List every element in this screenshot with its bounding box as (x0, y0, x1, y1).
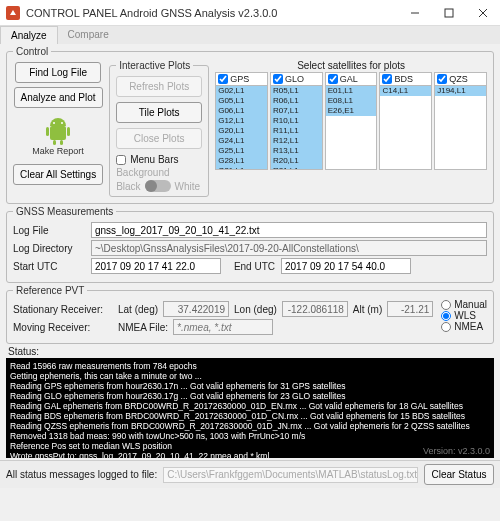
sat-col-qzs: QZSJ194,L1 (434, 72, 487, 170)
control-legend: Control (13, 46, 51, 57)
sat-item[interactable]: R13,L1 (271, 146, 322, 156)
bg-black-label: Black (116, 181, 140, 192)
sat-col-label: GPS (230, 74, 249, 84)
lon-label: Lon (deg) (234, 304, 277, 315)
footer-label: All status messages logged to file: (6, 469, 157, 480)
lat-field[interactable] (163, 301, 229, 317)
svg-point-6 (61, 122, 63, 124)
mode-tabs: Analyze Compare (0, 26, 500, 44)
logdir-label: Log Directory (13, 243, 85, 254)
sat-item[interactable]: C14,L1 (380, 86, 431, 96)
sat-item[interactable]: G31,L1 (216, 166, 267, 170)
gnss-measurements-group: GNSS Measurements Log File Log Directory… (6, 206, 494, 283)
endutc-field[interactable] (281, 258, 411, 274)
sat-list[interactable]: C14,L1 (379, 86, 432, 170)
manual-radio[interactable] (441, 300, 451, 310)
sat-item[interactable]: R05,L1 (271, 86, 322, 96)
background-toggle[interactable] (145, 180, 171, 192)
sat-item[interactable]: R07,L1 (271, 106, 322, 116)
sat-col-checkbox-bds[interactable] (382, 74, 392, 84)
svg-point-5 (53, 122, 55, 124)
status-console[interactable]: Read 15966 raw measurements from 784 epo… (6, 358, 494, 458)
tab-compare[interactable]: Compare (58, 26, 119, 44)
logfile-label: Log File (13, 225, 85, 236)
sat-item[interactable]: R10,L1 (271, 116, 322, 126)
sat-item[interactable]: G05,L1 (216, 96, 267, 106)
gnss-legend: GNSS Measurements (13, 206, 116, 217)
app-icon (6, 6, 20, 20)
lon-field[interactable] (282, 301, 348, 317)
wls-label: WLS (454, 310, 476, 321)
sat-item[interactable]: R11,L1 (271, 126, 322, 136)
svg-rect-10 (60, 140, 63, 145)
version-label: Version: (423, 446, 456, 456)
logfile-field[interactable] (91, 222, 487, 238)
sat-item[interactable]: E01,L1 (326, 86, 377, 96)
refresh-plots-button[interactable]: Refresh Plots (116, 76, 202, 97)
version-value: v2.3.0.0 (458, 446, 490, 456)
nmea-radio[interactable] (441, 322, 451, 332)
sat-item[interactable]: G28,L1 (216, 156, 267, 166)
sat-col-checkbox-gal[interactable] (328, 74, 338, 84)
find-log-button[interactable]: Find Log File (15, 62, 101, 83)
sat-list[interactable]: J194,L1 (434, 86, 487, 170)
sat-item[interactable]: G12,L1 (216, 116, 267, 126)
sat-item[interactable]: J194,L1 (435, 86, 486, 96)
make-report-button[interactable]: Make Report (28, 112, 88, 160)
status-line: Reference Pos set to median WLS position (10, 441, 490, 451)
minimize-button[interactable] (398, 0, 432, 26)
status-line: Reading GPS ephemeris from hour2630.17n … (10, 381, 490, 391)
analyze-plot-button[interactable]: Analyze and Plot (14, 87, 103, 108)
sat-item[interactable]: R20,L1 (271, 156, 322, 166)
sat-item[interactable]: E08,L1 (326, 96, 377, 106)
interactive-plots-group: Interactive Plots Refresh Plots Tile Plo… (109, 60, 209, 197)
stationary-label: Stationary Receiver: (13, 304, 113, 315)
status-line: Reading BDS ephemeris from BRDC00WRD_R_2… (10, 411, 490, 421)
sat-list[interactable]: G02,L1G05,L1G06,L1G12,L1G20,L1G24,L1G25,… (215, 86, 268, 170)
title-bar: CONTROL PANEL Android GNSS Analysis v2.3… (0, 0, 500, 26)
logdir-field[interactable] (91, 240, 487, 256)
moving-label: Moving Receiver: (13, 322, 113, 333)
android-icon (38, 116, 78, 146)
status-line: Reading QZSS ephemeris from BRDC00WRD_R_… (10, 421, 490, 431)
status-line: Reading GAL ephemeris from BRDC00WRD_R_2… (10, 401, 490, 411)
footer-bar: All status messages logged to file: C:\U… (0, 460, 500, 488)
close-button[interactable] (466, 0, 500, 26)
startutc-label: Start UTC (13, 261, 85, 272)
svg-rect-9 (53, 140, 56, 145)
sat-list[interactable]: E01,L1E08,L1E26,E1 (325, 86, 378, 170)
sat-col-label: GLO (285, 74, 304, 84)
sat-item[interactable]: G25,L1 (216, 146, 267, 156)
maximize-button[interactable] (432, 0, 466, 26)
startutc-field[interactable] (91, 258, 221, 274)
sat-col-checkbox-glo[interactable] (273, 74, 283, 84)
svg-rect-1 (445, 9, 453, 17)
sat-col-checkbox-qzs[interactable] (437, 74, 447, 84)
sat-item[interactable]: G20,L1 (216, 126, 267, 136)
sat-item[interactable]: E26,E1 (326, 106, 377, 116)
sat-item[interactable]: R06,L1 (271, 96, 322, 106)
sat-item[interactable]: R21,L1 (271, 166, 322, 170)
nmea-file-field[interactable] (173, 319, 273, 335)
clear-status-button[interactable]: Clear Status (424, 464, 494, 485)
close-plots-button[interactable]: Close Plots (116, 128, 202, 149)
footer-path: C:\Users\Frankfggem\Documents\MATLAB\sta… (163, 467, 418, 483)
svg-rect-7 (46, 127, 49, 136)
alt-field[interactable] (387, 301, 433, 317)
sat-item[interactable]: G02,L1 (216, 86, 267, 96)
satellite-select-group: Select satellites for plots GPSG02,L1G05… (215, 60, 487, 197)
tab-analyze[interactable]: Analyze (0, 26, 58, 44)
sat-col-label: BDS (394, 74, 413, 84)
wls-radio[interactable] (441, 311, 451, 321)
clear-all-button[interactable]: Clear All Settings (13, 164, 103, 185)
sat-col-checkbox-gps[interactable] (218, 74, 228, 84)
interactive-plots-legend: Interactive Plots (116, 60, 193, 71)
sat-item[interactable]: R12,L1 (271, 136, 322, 146)
reference-pvt-group: Reference PVT Stationary Receiver: Lat (… (6, 285, 494, 344)
menubars-checkbox[interactable] (116, 155, 126, 165)
sat-list[interactable]: R05,L1R06,L1R07,L1R10,L1R11,L1R12,L1R13,… (270, 86, 323, 170)
alt-label: Alt (m) (353, 304, 382, 315)
tile-plots-button[interactable]: Tile Plots (116, 102, 202, 123)
sat-item[interactable]: G06,L1 (216, 106, 267, 116)
sat-item[interactable]: G24,L1 (216, 136, 267, 146)
